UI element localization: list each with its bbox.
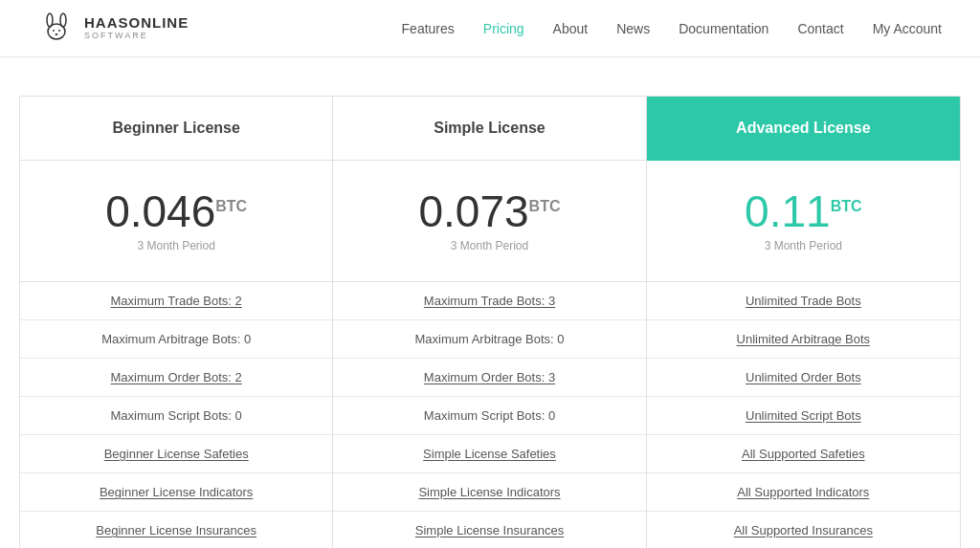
plan-header-beginner: Beginner License [20, 97, 332, 161]
svg-point-1 [47, 13, 53, 27]
plan-price-simple: 0.073BTC3 Month Period [333, 161, 645, 282]
feature-link-advanced-3[interactable]: Unlimited Script Bots [746, 408, 861, 423]
feature-link-beginner-4[interactable]: Beginner License Safeties [104, 447, 249, 461]
feature-beginner-0[interactable]: Maximum Trade Bots: 2 [20, 282, 332, 320]
nav-pricing[interactable]: Pricing [483, 21, 524, 36]
plan-header-advanced: Advanced License [647, 97, 960, 161]
feature-beginner-5[interactable]: Beginner License Indicators [20, 473, 332, 512]
nav-account[interactable]: My Account [873, 21, 942, 36]
feature-beginner-3: Maximum Script Bots: 0 [20, 397, 332, 435]
svg-point-5 [56, 33, 58, 35]
feature-beginner-4[interactable]: Beginner License Safeties [20, 435, 332, 473]
feature-simple-5[interactable]: Simple License Indicators [333, 473, 645, 512]
feature-simple-1: Maximum Arbitrage Bots: 0 [333, 320, 645, 359]
feature-advanced-6[interactable]: All Supported Insurances [647, 512, 960, 548]
nav-news[interactable]: News [616, 21, 650, 36]
price-amount-beginner: 0.046BTC [105, 186, 247, 236]
feature-advanced-1[interactable]: Unlimited Arbitrage Bots [647, 320, 960, 359]
feature-simple-4[interactable]: Simple License Safeties [333, 435, 645, 473]
feature-simple-2[interactable]: Maximum Order Bots: 3 [333, 359, 645, 397]
nav-documentation[interactable]: Documentation [679, 21, 768, 36]
feature-link-advanced-5[interactable]: All Supported Indicators [737, 485, 869, 499]
plan-col-advanced: Advanced License0.11BTC3 Month PeriodUnl… [647, 97, 960, 548]
logo-sub: SOFTWARE [84, 32, 189, 41]
feature-link-beginner-5[interactable]: Beginner License Indicators [100, 485, 253, 499]
logo-text: HAASONLINE SOFTWARE [84, 15, 189, 40]
feature-beginner-6[interactable]: Beginner License Insurances [20, 512, 332, 548]
plan-header-simple: Simple License [333, 97, 645, 161]
feature-simple-3: Maximum Script Bots: 0 [333, 397, 645, 435]
feature-link-advanced-1[interactable]: Unlimited Arbitrage Bots [737, 332, 870, 346]
feature-link-beginner-0[interactable]: Maximum Trade Bots: 2 [111, 294, 242, 308]
feature-link-simple-5[interactable]: Simple License Indicators [418, 485, 560, 499]
feature-link-advanced-4[interactable]: All Supported Safeties [742, 447, 865, 461]
feature-link-advanced-6[interactable]: All Supported Insurances [734, 523, 873, 537]
svg-point-2 [60, 13, 66, 27]
feature-advanced-5[interactable]: All Supported Indicators [647, 473, 960, 512]
feature-link-simple-2[interactable]: Maximum Order Bots: 3 [424, 370, 555, 384]
feature-advanced-4[interactable]: All Supported Safeties [647, 435, 960, 473]
svg-point-3 [53, 30, 55, 32]
site-header: HAASONLINE SOFTWARE Features Pricing Abo… [0, 0, 980, 57]
pricing-table: Beginner License0.046BTC3 Month PeriodMa… [19, 96, 961, 548]
nav-contact[interactable]: Contact [797, 21, 843, 36]
logo: HAASONLINE SOFTWARE [38, 11, 189, 47]
plan-price-advanced: 0.11BTC3 Month Period [647, 161, 960, 282]
feature-advanced-3[interactable]: Unlimited Script Bots [647, 397, 960, 435]
main-content: Beginner License0.046BTC3 Month PeriodMa… [0, 57, 980, 548]
feature-link-simple-4[interactable]: Simple License Safeties [423, 447, 556, 461]
feature-advanced-0[interactable]: Unlimited Trade Bots [647, 282, 960, 320]
plan-col-simple: Simple License0.073BTC3 Month PeriodMaxi… [333, 97, 646, 548]
feature-simple-0[interactable]: Maximum Trade Bots: 3 [333, 282, 645, 320]
logo-name: HAASONLINE [84, 15, 189, 32]
price-period-beginner: 3 Month Period [39, 239, 313, 272]
price-period-advanced: 3 Month Period [666, 239, 941, 272]
feature-beginner-1: Maximum Arbitrage Bots: 0 [20, 320, 332, 359]
feature-advanced-2[interactable]: Unlimited Order Bots [647, 359, 960, 397]
logo-icon [38, 11, 75, 47]
feature-beginner-2[interactable]: Maximum Order Bots: 2 [20, 359, 332, 397]
price-currency-advanced: BTC [831, 198, 862, 214]
nav-about[interactable]: About [553, 21, 589, 36]
feature-link-beginner-6[interactable]: Beginner License Insurances [96, 523, 256, 537]
plan-col-beginner: Beginner License0.046BTC3 Month PeriodMa… [20, 97, 333, 548]
main-nav: Features Pricing About News Documentatio… [402, 21, 942, 36]
price-currency-beginner: BTC [215, 198, 247, 214]
price-currency-simple: BTC [529, 198, 561, 214]
feature-link-advanced-2[interactable]: Unlimited Order Bots [746, 370, 861, 384]
svg-point-4 [58, 30, 60, 32]
plan-price-beginner: 0.046BTC3 Month Period [20, 161, 332, 282]
feature-link-beginner-2[interactable]: Maximum Order Bots: 2 [111, 370, 242, 384]
feature-link-simple-6[interactable]: Simple License Insurances [415, 523, 564, 537]
nav-features[interactable]: Features [402, 21, 455, 36]
feature-simple-6[interactable]: Simple License Insurances [333, 512, 645, 548]
feature-link-simple-0[interactable]: Maximum Trade Bots: 3 [424, 294, 555, 308]
price-amount-advanced: 0.11BTC [745, 186, 861, 236]
feature-link-advanced-0[interactable]: Unlimited Trade Bots [746, 294, 861, 308]
price-amount-simple: 0.073BTC [418, 186, 560, 236]
price-period-simple: 3 Month Period [352, 239, 626, 272]
